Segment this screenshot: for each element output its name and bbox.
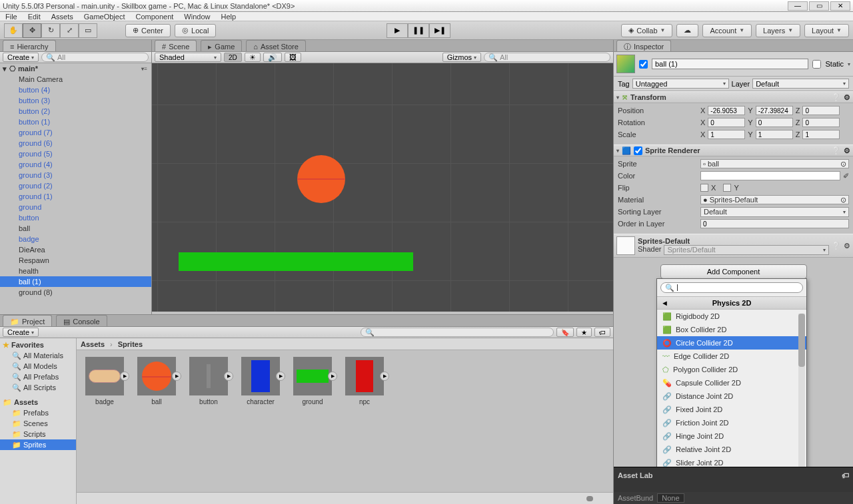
popup-back-button[interactable]: ◄	[661, 299, 668, 307]
gameobject-active-checkbox[interactable]	[639, 60, 648, 69]
project-create-button[interactable]: Create▾	[3, 328, 39, 337]
hierarchy-item[interactable]: button (3)	[0, 95, 151, 106]
component-help-icon[interactable]: ❔	[832, 242, 841, 250]
asset-expand-icon[interactable]: ▶	[172, 372, 181, 381]
scale-x[interactable]	[708, 130, 745, 139]
eyedropper-icon[interactable]: ✐	[843, 172, 849, 180]
draw-mode-dropdown[interactable]: Shaded▾	[155, 53, 221, 62]
hierarchy-item[interactable]: ball (1)	[0, 276, 151, 287]
menu-component[interactable]: Component	[135, 13, 173, 21]
material-field[interactable]: ●Sprites-Default⊙	[700, 195, 849, 204]
component-menu-item[interactable]: ⬠Polygon Collider 2D	[657, 363, 806, 376]
lighting-toggle[interactable]: ☀	[245, 53, 261, 62]
layout-button[interactable]: Layout▼	[804, 24, 849, 37]
scene-menu-icon[interactable]: ▾≡	[141, 66, 147, 72]
component-help-icon[interactable]: ❔	[832, 146, 841, 155]
sprite-renderer-enabled[interactable]	[634, 146, 642, 155]
asset-item[interactable]: ▶button	[187, 357, 230, 485]
component-menu-icon[interactable]: ⚙	[844, 146, 850, 155]
static-checkbox[interactable]	[812, 60, 821, 69]
component-help-icon[interactable]: ❔	[832, 93, 841, 102]
tag-dropdown[interactable]: Untagged▾	[632, 79, 729, 89]
step-button[interactable]: ▶❚	[429, 23, 450, 38]
component-menu-icon[interactable]: ⚙	[844, 242, 850, 250]
folder-item[interactable]: 📁Prefabs	[0, 407, 76, 418]
asset-expand-icon[interactable]: ▶	[276, 372, 285, 381]
search-type-icon[interactable]: ★	[576, 328, 592, 337]
menu-help[interactable]: Help	[221, 13, 236, 21]
assets-header[interactable]: 📁Assets	[0, 397, 76, 407]
component-menu-item[interactable]: 🔗Hinge Joint 2D	[657, 429, 806, 443]
object-picker-icon[interactable]: ⊙	[840, 196, 846, 204]
hand-tool[interactable]: ✋	[4, 23, 23, 38]
asset-label-icon[interactable]: 🏷	[842, 471, 849, 479]
thumbnail-size-slider[interactable]	[586, 496, 593, 501]
sprite-field[interactable]: ▫ball⊙	[700, 159, 849, 168]
menu-file[interactable]: File	[5, 13, 17, 21]
move-tool[interactable]: ✥	[23, 23, 41, 38]
hierarchy-item[interactable]: ground (1)	[0, 191, 151, 202]
breadcrumb-current[interactable]: Sprites	[118, 340, 143, 348]
position-y[interactable]	[756, 106, 793, 115]
object-picker-icon[interactable]: ⊙	[840, 160, 846, 168]
component-menu-item[interactable]: 💊Capsule Collider 2D	[657, 376, 806, 389]
search-filter-icon[interactable]: 🔖	[556, 328, 574, 337]
hierarchy-item[interactable]: ground (6)	[0, 138, 151, 148]
shader-dropdown[interactable]: Sprites/Default▾	[664, 245, 829, 255]
fx-toggle[interactable]: 🖼	[285, 53, 301, 62]
menu-edit[interactable]: Edit	[28, 13, 41, 21]
gizmos-dropdown[interactable]: Gizmos▾	[442, 53, 481, 62]
2d-toggle[interactable]: 2D	[224, 53, 242, 62]
rect-tool[interactable]: ▭	[79, 23, 97, 38]
hierarchy-item[interactable]: ball	[0, 223, 151, 234]
favorites-header[interactable]: ★Favorites	[0, 340, 76, 350]
hierarchy-item[interactable]: ground (5)	[0, 148, 151, 159]
scrollbar-thumb[interactable]	[798, 314, 805, 367]
scale-z[interactable]	[802, 130, 840, 139]
project-search[interactable]: 🔍	[361, 328, 554, 337]
layers-button[interactable]: Layers▼	[756, 24, 800, 37]
hierarchy-item[interactable]: ground (7)	[0, 127, 151, 138]
flip-x-checkbox[interactable]	[700, 184, 708, 192]
component-search[interactable]: 🔍	[660, 282, 803, 293]
pause-button[interactable]: ❚❚	[408, 23, 429, 38]
project-tree[interactable]: ★Favorites 🔍All Materials🔍All Models🔍All…	[0, 338, 77, 504]
hierarchy-list[interactable]: ▾⎔ main*▾≡ Main Camerabutton (4)button (…	[0, 63, 151, 308]
scene-search[interactable]: 🔍All	[484, 53, 610, 62]
hierarchy-item[interactable]: health	[0, 266, 151, 276]
menu-assets[interactable]: Assets	[51, 13, 73, 21]
asset-item[interactable]: ▶npc	[343, 357, 386, 485]
hierarchy-item[interactable]: button (2)	[0, 106, 151, 117]
pivot-center-button[interactable]: ⊕Center	[125, 24, 171, 37]
hierarchy-search[interactable]: 🔍All	[41, 53, 149, 62]
window-close-button[interactable]: ✕	[830, 1, 850, 11]
scale-y[interactable]	[756, 130, 793, 139]
favorite-item[interactable]: 🔍All Materials	[0, 350, 76, 361]
favorite-item[interactable]: 🔍All Scripts	[0, 382, 76, 393]
scale-tool[interactable]: ⤢	[60, 23, 79, 38]
gameobject-icon[interactable]	[616, 55, 635, 73]
hierarchy-item[interactable]: ground (4)	[0, 159, 151, 170]
play-button[interactable]: ▶	[387, 23, 408, 38]
position-z[interactable]	[802, 106, 840, 115]
component-menu-item[interactable]: 🔗Relative Joint 2D	[657, 443, 806, 456]
hierarchy-item[interactable]: ground (3)	[0, 170, 151, 180]
rotate-tool[interactable]: ↻	[41, 23, 60, 38]
component-menu-item[interactable]: 🔗Friction Joint 2D	[657, 416, 806, 429]
popup-scrollbar[interactable]	[798, 314, 805, 467]
component-menu-item[interactable]: 🔗Distance Joint 2D	[657, 389, 806, 403]
rotation-y[interactable]	[756, 118, 793, 127]
hierarchy-item[interactable]: Respawn	[0, 255, 151, 266]
sorting-layer-dropdown[interactable]: Default▾	[700, 207, 849, 217]
scene-object-ball[interactable]	[297, 155, 345, 203]
component-menu-item[interactable]: 🔗Fixed Joint 2D	[657, 403, 806, 416]
hierarchy-item[interactable]: Main Camera	[0, 74, 151, 85]
window-maximize-button[interactable]: ▭	[809, 1, 829, 11]
account-button[interactable]: Account▼	[702, 24, 752, 37]
breadcrumb-root[interactable]: Assets	[81, 340, 105, 348]
menu-gameobject[interactable]: GameObject	[84, 13, 125, 21]
game-tab[interactable]: ▸Game	[201, 40, 242, 51]
layer-dropdown[interactable]: Default▾	[752, 79, 849, 89]
scene-viewport[interactable]	[152, 63, 613, 312]
rotation-z[interactable]	[802, 118, 840, 127]
